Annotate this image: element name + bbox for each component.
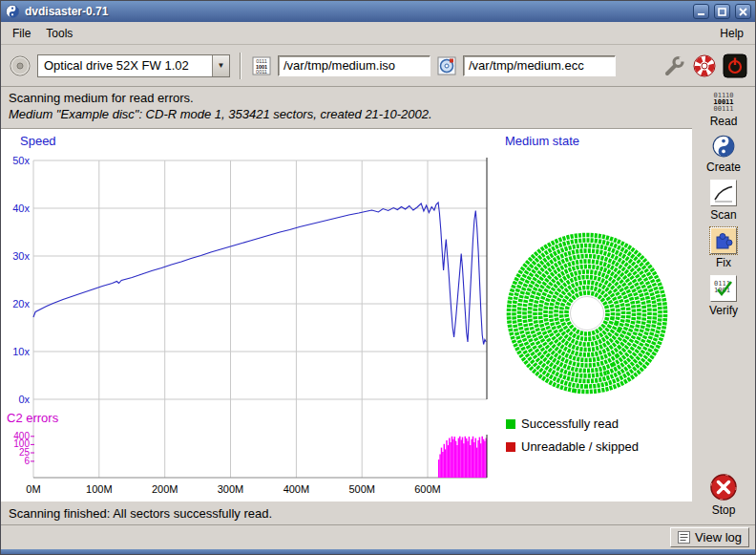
left-column: Scanning medium for read errors. Medium … bbox=[1, 87, 692, 524]
svg-text:0M: 0M bbox=[26, 483, 40, 495]
scan-button[interactable]: Scan bbox=[697, 180, 750, 222]
titlebar[interactable]: dvdisaster-0.71 bbox=[1, 1, 755, 22]
svg-text:500M: 500M bbox=[348, 483, 375, 495]
svg-text:100M: 100M bbox=[86, 483, 113, 495]
binary-icon: 01110 10011 00111 bbox=[713, 93, 733, 113]
iso-file-icon: 0111 1001 0011 bbox=[251, 55, 272, 76]
create-button[interactable]: Create bbox=[697, 134, 750, 174]
menu-file[interactable]: File bbox=[5, 24, 38, 43]
action-sidebar: 01110 10011 00111 Read Create bbox=[692, 87, 755, 524]
dvdisaster-logo-icon[interactable] bbox=[692, 53, 717, 78]
medium-info-line: Medium "Example disc": CD-R mode 1, 3534… bbox=[9, 107, 684, 121]
preferences-wrench-icon[interactable] bbox=[663, 54, 686, 77]
svg-text:50x: 50x bbox=[12, 155, 30, 166]
verify-button-label: Verify bbox=[709, 304, 738, 317]
legend-success: Successfully read bbox=[506, 416, 619, 431]
view-log-button[interactable]: View log bbox=[670, 527, 749, 547]
c2-errors-title: C2 errors bbox=[7, 411, 58, 425]
legend-success-label: Successfully read bbox=[521, 416, 619, 431]
menu-help[interactable]: Help bbox=[712, 24, 751, 43]
read-button[interactable]: 01110 10011 00111 Read bbox=[697, 93, 750, 128]
drive-icon bbox=[9, 54, 32, 77]
stop-button-label: Stop bbox=[712, 503, 736, 517]
legend-unreadable-swatch bbox=[506, 442, 515, 452]
svg-text:0011: 0011 bbox=[256, 69, 267, 75]
ecc-file-icon bbox=[436, 55, 457, 76]
window-title: dvdisaster-0.71 bbox=[25, 5, 688, 18]
read-button-label: Read bbox=[710, 115, 738, 128]
main-area: Scanning medium for read errors. Medium … bbox=[1, 87, 755, 524]
toolbar: Optical drive 52X FW 1.02 ▼ 0111 1001 00… bbox=[1, 45, 755, 87]
toolbar-separator bbox=[240, 53, 242, 79]
verify-button[interactable]: 0111 1001 Verify bbox=[697, 275, 750, 317]
scan-button-label: Scan bbox=[710, 208, 736, 222]
legend-unreadable-label: Unreadable / skipped bbox=[521, 439, 639, 454]
close-button[interactable] bbox=[735, 4, 751, 19]
svg-text:600M: 600M bbox=[414, 483, 441, 495]
chart-area: Speed Medium state C2 errors 0M100M200M3… bbox=[1, 129, 692, 502]
drive-select-value: Optical drive 52X FW 1.02 bbox=[38, 55, 212, 76]
menubar: File Tools Help bbox=[1, 22, 755, 45]
quit-power-icon[interactable] bbox=[723, 53, 747, 78]
verify-check-icon: 0111 1001 bbox=[710, 275, 737, 302]
legend-success-swatch bbox=[506, 419, 515, 429]
app-window: dvdisaster-0.71 File Tools Help Optical … bbox=[0, 0, 756, 555]
fix-button-label: Fix bbox=[716, 256, 731, 269]
minimize-button[interactable] bbox=[693, 4, 709, 19]
ecc-path-input[interactable]: /var/tmp/medium.ecc bbox=[463, 55, 616, 76]
svg-text:6: 6 bbox=[24, 456, 30, 466]
svg-text:200M: 200M bbox=[152, 483, 178, 495]
puzzle-piece-icon bbox=[710, 227, 737, 254]
create-button-label: Create bbox=[706, 160, 741, 174]
drive-select[interactable]: Optical drive 52X FW 1.02 ▼ bbox=[37, 54, 230, 77]
svg-text:300M: 300M bbox=[218, 483, 244, 495]
view-log-label: View log bbox=[695, 530, 742, 544]
result-status-line: Scanning finished: All sectors successfu… bbox=[1, 502, 692, 524]
svg-text:10x: 10x bbox=[12, 346, 30, 357]
legend-unreadable: Unreadable / skipped bbox=[506, 439, 639, 454]
scan-curve-icon bbox=[710, 180, 737, 206]
scan-status-line1: Scanning medium for read errors. bbox=[9, 91, 684, 105]
speed-chart-title: Speed bbox=[20, 134, 56, 148]
window-bottom-edge bbox=[1, 549, 755, 555]
stop-button[interactable]: Stop bbox=[697, 473, 750, 517]
medium-state-title: Medium state bbox=[505, 134, 579, 148]
svg-text:400M: 400M bbox=[284, 483, 310, 495]
ecc-path-value: /var/tmp/medium.ecc bbox=[469, 58, 584, 73]
log-list-icon bbox=[678, 531, 690, 544]
iso-path-input[interactable]: /var/tmp/medium.iso bbox=[278, 55, 430, 76]
yin-yang-icon bbox=[711, 134, 736, 159]
maximize-button[interactable] bbox=[714, 4, 730, 19]
svg-text:30x: 30x bbox=[12, 250, 30, 262]
svg-text:40x: 40x bbox=[12, 203, 30, 214]
chevron-down-icon: ▼ bbox=[212, 55, 229, 76]
scan-status-area: Scanning medium for read errors. Medium … bbox=[1, 87, 692, 129]
menu-tools[interactable]: Tools bbox=[38, 24, 80, 43]
svg-text:0x: 0x bbox=[18, 394, 30, 405]
fix-button[interactable]: Fix bbox=[697, 227, 750, 269]
svg-text:20x: 20x bbox=[12, 298, 30, 310]
footer-bar: View log bbox=[1, 524, 755, 549]
iso-path-value: /var/tmp/medium.iso bbox=[284, 58, 395, 73]
stop-x-icon bbox=[709, 473, 738, 502]
app-icon bbox=[5, 4, 20, 19]
